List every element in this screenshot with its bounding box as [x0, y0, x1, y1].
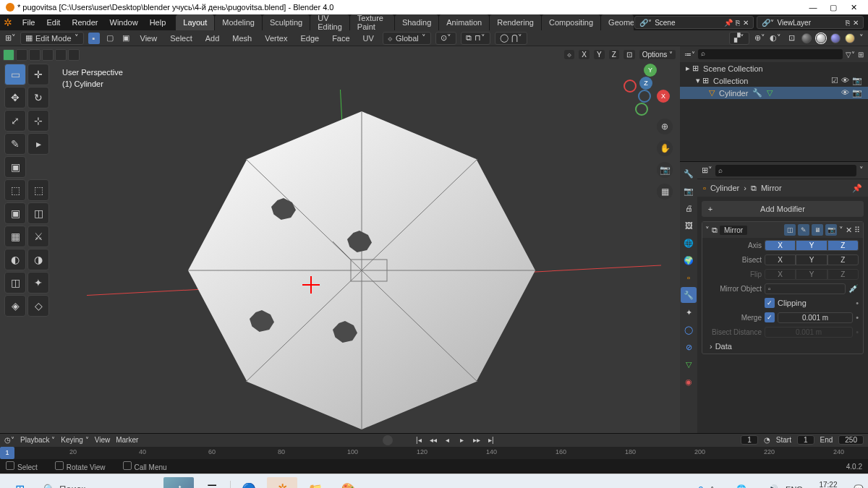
- taskbar-edge[interactable]: 🔵: [234, 477, 264, 489]
- camera-icon[interactable]: 📷: [657, 162, 673, 178]
- tab-material[interactable]: ◉: [681, 374, 697, 390]
- mirror-settings-icon[interactable]: ⊡: [624, 50, 635, 59]
- menu-mesh[interactable]: Mesh: [228, 34, 256, 43]
- scene-selector[interactable]: 🔗˅ Scene 📌 ⎘ ✕: [634, 16, 754, 29]
- tab-texture-paint[interactable]: Texture Paint: [350, 14, 394, 30]
- taskbar-widget[interactable]: 🏞: [163, 477, 194, 489]
- timeline-view[interactable]: View: [95, 436, 111, 444]
- breadcrumb-modifier[interactable]: Mirror: [761, 184, 782, 192]
- viewlayer-delete-icon[interactable]: ✕: [853, 19, 859, 27]
- axis-y-toggle[interactable]: Y: [594, 50, 605, 59]
- shading-material[interactable]: [830, 33, 841, 43]
- tab-layout[interactable]: Layout: [176, 14, 214, 30]
- tool-measure[interactable]: ▸: [27, 133, 49, 155]
- menu-file[interactable]: File: [17, 14, 41, 30]
- mod-edit-icon[interactable]: ✎: [798, 224, 809, 236]
- axis-y-button[interactable]: Y: [796, 240, 827, 251]
- scene-delete-icon[interactable]: ✕: [743, 19, 749, 27]
- gizmo-y[interactable]: Y: [644, 64, 657, 77]
- gizmo-toggle[interactable]: ⊕˅: [754, 33, 765, 44]
- tab-scene[interactable]: 🌐: [681, 235, 697, 251]
- tab-object[interactable]: ▫: [681, 270, 697, 286]
- axis-z-button[interactable]: Z: [827, 240, 859, 251]
- bisect-x-button[interactable]: X: [765, 254, 796, 265]
- tab-viewlayer[interactable]: 🖼: [681, 218, 697, 234]
- edge-select-mode[interactable]: ▢: [104, 33, 116, 44]
- gizmo-neg-z[interactable]: [638, 90, 651, 103]
- modifier-name[interactable]: Mirror: [720, 226, 747, 235]
- menu-select[interactable]: Select: [166, 34, 197, 43]
- overlay-toggle[interactable]: ◐˅: [770, 33, 781, 44]
- minimize-button[interactable]: —: [809, 3, 817, 12]
- object-render-icon[interactable]: 📷: [852, 88, 862, 98]
- timeline-keying[interactable]: Keying ˅: [61, 436, 88, 444]
- timeline-editor-icon[interactable]: ◷˅: [4, 436, 14, 444]
- menu-edit[interactable]: Edit: [41, 14, 66, 30]
- proportional-selector[interactable]: ◯⋂˅: [495, 32, 527, 45]
- outliner-new-collection-icon[interactable]: ⊞: [858, 51, 864, 59]
- properties-options-icon[interactable]: ˅: [859, 166, 864, 175]
- tray-chevron-icon[interactable]: ^: [710, 485, 714, 489]
- view-center-icon[interactable]: ⟐: [564, 50, 574, 59]
- merge-decorator[interactable]: •: [856, 313, 859, 322]
- pivot-selector[interactable]: ⊙˅: [435, 32, 456, 45]
- outliner-cylinder[interactable]: ▽ Cylinder 🔧 ▽ 👁📷: [680, 87, 868, 99]
- tab-animation[interactable]: Animation: [439, 14, 489, 30]
- tab-world[interactable]: 🌍: [681, 252, 697, 268]
- flip-x-button[interactable]: X: [765, 269, 796, 280]
- tab-particles[interactable]: ✦: [681, 304, 697, 320]
- nav-gizmo[interactable]: X Y Z: [624, 64, 671, 111]
- object-visibility-icon[interactable]: 👁: [841, 88, 849, 98]
- viewlayer-browse-icon[interactable]: 🔗˅: [762, 19, 774, 27]
- start-frame[interactable]: 1: [797, 435, 814, 445]
- xray-toggle[interactable]: ⊡: [786, 33, 797, 44]
- tab-geometry-nodes[interactable]: Geomet: [601, 14, 634, 30]
- viewlayer-selector[interactable]: 🔗˅ ViewLayer ⎘ ✕: [757, 16, 864, 29]
- editor-type-icon[interactable]: ⊞˅: [4, 33, 16, 44]
- mod-realtime-icon[interactable]: 🖥: [812, 224, 823, 236]
- start-button[interactable]: ⊞: [4, 477, 35, 489]
- timeline-marker[interactable]: Marker: [116, 436, 138, 444]
- tool-cursor[interactable]: ✛: [27, 64, 49, 85]
- tray-battery-icon[interactable]: ▭: [754, 484, 761, 488]
- task-view-button[interactable]: ☰: [197, 477, 227, 489]
- keyframe-next-button[interactable]: ▸▸: [471, 435, 482, 445]
- play-button[interactable]: ▸: [456, 435, 468, 445]
- taskbar-paint[interactable]: 🎨: [333, 477, 364, 489]
- tab-render[interactable]: 📷: [681, 183, 697, 199]
- tool-loop-cut[interactable]: ▦: [4, 226, 26, 247]
- blender-icon[interactable]: ✲: [0, 14, 17, 30]
- outliner-search[interactable]: ⌕: [698, 49, 843, 59]
- mod-render-icon[interactable]: 📷: [825, 224, 837, 236]
- options-dropdown[interactable]: Options ˅: [639, 50, 676, 59]
- menu-edge[interactable]: Edge: [296, 34, 323, 43]
- tab-modifiers[interactable]: 🔧: [681, 287, 697, 303]
- tool-extrude[interactable]: ⬚: [4, 179, 26, 201]
- flip-y-button[interactable]: Y: [796, 269, 827, 280]
- data-subpanel[interactable]: › Data: [702, 339, 863, 354]
- autokey-icon[interactable]: [383, 435, 393, 445]
- perspective-icon[interactable]: ▦: [657, 184, 673, 200]
- tray-notifications-icon[interactable]: 💬: [854, 484, 864, 488]
- tab-shading[interactable]: Shading: [395, 14, 438, 30]
- viewport-3d[interactable]: ⟐ X Y Z ⊡ Options ˅ User Perspective (1)…: [0, 46, 680, 433]
- expand-icon[interactable]: ˅: [705, 226, 710, 235]
- tray-network-icon[interactable]: 🌐: [736, 484, 746, 488]
- close-button[interactable]: ✕: [849, 3, 858, 12]
- scene-pin-icon[interactable]: 📌: [724, 19, 733, 27]
- menu-view[interactable]: View: [136, 34, 162, 43]
- tab-tool[interactable]: 🔧: [681, 166, 697, 181]
- properties-editor-icon[interactable]: ⊞˅: [702, 166, 712, 175]
- menu-render[interactable]: Render: [66, 14, 103, 30]
- scene-browse-icon[interactable]: 🔗˅: [639, 19, 652, 27]
- tool-rip[interactable]: ◇: [27, 295, 49, 317]
- tab-modeling[interactable]: Modeling: [215, 14, 262, 30]
- merge-checkbox[interactable]: ✓: [765, 312, 775, 322]
- outliner-scene-collection[interactable]: ▸ ⊞ Scene Collection: [680, 62, 868, 74]
- clipping-checkbox[interactable]: ✓: [765, 298, 775, 308]
- mode-selector[interactable]: ▦ Edit Mode ˅: [20, 32, 84, 45]
- bisect-z-button[interactable]: Z: [827, 254, 859, 265]
- snap-selector[interactable]: ⧉⊓˅: [461, 32, 490, 45]
- vertex-select-mode[interactable]: ▪: [88, 33, 100, 44]
- tool-scale[interactable]: ⤢: [4, 110, 26, 132]
